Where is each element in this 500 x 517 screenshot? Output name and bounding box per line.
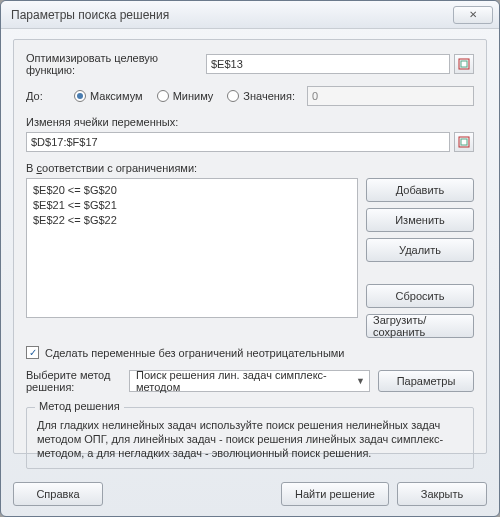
- method-select[interactable]: Поиск решения лин. задач симплекс-методо…: [129, 370, 370, 392]
- constraints-buttons: Добавить Изменить Удалить Сбросить Загру…: [366, 178, 474, 338]
- value-of-input[interactable]: [307, 86, 474, 106]
- radio-max-label: Максимум: [90, 90, 143, 102]
- changing-label-row: Изменяя ячейки переменных:: [26, 116, 474, 128]
- close-footer-button[interactable]: Закрыть: [397, 482, 487, 506]
- content-area: Оптимизировать целевую функцию: До: Макс…: [1, 29, 499, 474]
- changing-input[interactable]: [26, 132, 450, 152]
- to-row: До: Максимум Миниму Значения:: [26, 86, 474, 106]
- window-title: Параметры поиска решения: [7, 8, 453, 22]
- add-button[interactable]: Добавить: [366, 178, 474, 202]
- range-select-icon: [458, 136, 470, 148]
- loadsave-button[interactable]: Загрузить/сохранить: [366, 314, 474, 338]
- main-panel: Оптимизировать целевую функцию: До: Макс…: [13, 39, 487, 454]
- solver-dialog: Параметры поиска решения ✕ Оптимизироват…: [0, 0, 500, 517]
- description-body: Для гладких нелинейных задач используйте…: [37, 418, 463, 460]
- description-title: Метод решения: [35, 400, 124, 412]
- solve-button[interactable]: Найти решение: [281, 482, 389, 506]
- footer: Справка Найти решение Закрыть: [1, 474, 499, 516]
- method-row: Выберите метод решения: Поиск решения ли…: [26, 369, 474, 393]
- objective-range-button[interactable]: [454, 54, 474, 74]
- radio-value-label: Значения:: [243, 90, 295, 102]
- radio-dot-icon: [157, 90, 169, 102]
- objective-label: Оптимизировать целевую функцию:: [26, 52, 206, 76]
- titlebar[interactable]: Параметры поиска решения ✕: [1, 1, 499, 29]
- nonneg-label: Сделать переменные без ограничений неотр…: [45, 347, 345, 359]
- close-button[interactable]: ✕: [453, 6, 493, 24]
- to-radios: Максимум Миниму Значения:: [74, 90, 295, 102]
- changing-refedit: [26, 132, 474, 152]
- objective-row: Оптимизировать целевую функцию:: [26, 52, 474, 76]
- help-button[interactable]: Справка: [13, 482, 103, 506]
- objective-input[interactable]: [206, 54, 450, 74]
- to-label: До:: [26, 90, 74, 102]
- reset-button[interactable]: Сбросить: [366, 284, 474, 308]
- svg-rect-1: [461, 61, 467, 67]
- constraints-label-row: В соответствии с ограничениями:: [26, 162, 474, 174]
- changing-range-button[interactable]: [454, 132, 474, 152]
- method-selected: Поиск решения лин. задач симплекс-методо…: [136, 369, 356, 393]
- changing-row: [26, 132, 474, 152]
- radio-min-label: Миниму: [173, 90, 214, 102]
- changing-label: Изменяя ячейки переменных:: [26, 116, 178, 128]
- close-icon: ✕: [469, 9, 477, 20]
- constraints-listbox[interactable]: $E$20 <= $G$20 $E$21 <= $G$21 $E$22 <= $…: [26, 178, 358, 318]
- constraints-area: $E$20 <= $G$20 $E$21 <= $G$21 $E$22 <= $…: [26, 178, 474, 338]
- method-label: Выберите метод решения:: [26, 369, 121, 393]
- radio-max[interactable]: Максимум: [74, 90, 143, 102]
- objective-refedit: [206, 54, 474, 74]
- check-icon: ✓: [29, 347, 37, 358]
- change-button[interactable]: Изменить: [366, 208, 474, 232]
- delete-button[interactable]: Удалить: [366, 238, 474, 262]
- chevron-down-icon: ▼: [356, 376, 365, 386]
- radio-dot-icon: [74, 90, 86, 102]
- radio-value[interactable]: Значения:: [227, 90, 295, 102]
- range-select-icon: [458, 58, 470, 70]
- radio-min[interactable]: Миниму: [157, 90, 214, 102]
- constraints-label: В соответствии с ограничениями:: [26, 162, 197, 174]
- description-group: Метод решения Для гладких нелинейных зад…: [26, 407, 474, 469]
- svg-rect-3: [461, 139, 467, 145]
- nonneg-row[interactable]: ✓ Сделать переменные без ограничений нео…: [26, 346, 474, 359]
- radio-dot-icon: [227, 90, 239, 102]
- options-button[interactable]: Параметры: [378, 370, 474, 392]
- nonneg-checkbox[interactable]: ✓: [26, 346, 39, 359]
